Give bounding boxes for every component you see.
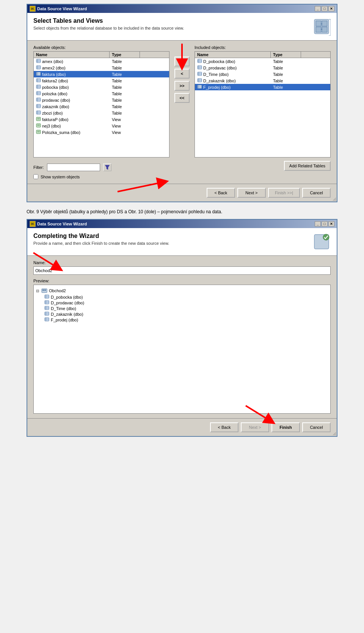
svg-rect-60 <box>198 72 202 76</box>
available-list[interactable]: Name Type amex (dbo) Table amex2 (dbo) T… <box>33 51 169 157</box>
available-cell-type: Table <box>110 91 140 96</box>
close-button-1[interactable]: ✕ <box>328 6 334 11</box>
available-cell-type: View <box>110 129 140 135</box>
available-row[interactable]: Polozka_suma (dbo) View <box>34 129 169 135</box>
available-cell-type: Table <box>110 84 140 90</box>
svg-rect-39 <box>36 111 41 114</box>
page-title-1: Select Tables and Views <box>33 17 184 24</box>
svg-line-109 <box>335 435 336 435</box>
resize-grip-1[interactable] <box>332 197 337 202</box>
included-row[interactable]: D_Time (dbo) Table <box>195 71 330 77</box>
available-row[interactable]: nej3 (dbo) View <box>34 123 169 129</box>
next-button-2: Next > <box>241 422 269 432</box>
available-cell-name: zakaznik (dbo) <box>34 104 110 109</box>
tree-child-label: D_Time (dbo) <box>51 306 76 311</box>
next-button-1[interactable]: Next > <box>237 188 266 198</box>
included-row[interactable]: F_prodej (dbo) Table <box>195 84 330 90</box>
available-cell-name: zbozi (dbo) <box>34 110 110 116</box>
included-list-header: Name Type <box>195 52 330 58</box>
available-row[interactable]: zakaznik (dbo) Table <box>34 103 169 110</box>
included-cell-name: D_pobocka (dbo) <box>195 58 271 64</box>
table-icon <box>197 65 202 70</box>
caption-text: Obr. 9 Výběr objektů (tabulky a pohledy)… <box>27 208 337 216</box>
remove-all-button[interactable]: << <box>174 93 190 103</box>
available-row[interactable]: polozka (dbo) Table <box>34 90 169 97</box>
back-button-1[interactable]: < Back <box>207 188 235 198</box>
wizard-icon-2 <box>312 233 331 251</box>
svg-rect-49 <box>36 130 41 134</box>
included-cell-name: F_prodej (dbo) <box>195 84 271 90</box>
available-row[interactable]: amex (dbo) Table <box>34 58 169 65</box>
available-cell-name: nej3 (dbo) <box>34 123 110 129</box>
table-icon <box>197 72 202 77</box>
svg-rect-83 <box>42 290 44 291</box>
minimize-button-2[interactable]: _ <box>315 221 321 227</box>
filter-label: Filter: <box>33 165 44 170</box>
app-icon-2: IK <box>30 221 36 227</box>
included-cell-type: Table <box>271 58 301 64</box>
included-list[interactable]: Name Type D_pobocka (dbo) Table D_prodav… <box>195 51 331 157</box>
tree-root-label: Obchod2 <box>49 288 66 293</box>
available-cell-name: pobocka (dbo) <box>34 84 110 90</box>
included-col-name: Name <box>195 52 271 58</box>
add-all-button[interactable]: >> <box>174 81 190 91</box>
available-row[interactable]: zbozi (dbo) Table <box>34 110 169 116</box>
filter-input[interactable] <box>47 164 100 171</box>
finish-button-2[interactable]: Finish <box>271 422 300 432</box>
tree-child-item: D_pobocka (dbo) <box>44 294 328 300</box>
close-button-2[interactable]: ✕ <box>328 221 334 227</box>
available-col-type: Type <box>110 52 140 58</box>
included-cell-name: D_prodavac (dbo) <box>195 65 271 71</box>
svg-rect-101 <box>45 318 49 321</box>
table-icon <box>197 78 202 83</box>
included-cell-type: Table <box>271 84 301 90</box>
svg-rect-15 <box>36 72 41 76</box>
name-input[interactable] <box>33 266 331 275</box>
maximize-button-1[interactable]: □ <box>322 6 328 11</box>
included-col-type: Type <box>271 52 301 58</box>
wizard-body-1: Available objects: Name Type amex (dbo) … <box>27 41 337 184</box>
tree-child-label: F_prodej (dbo) <box>51 318 78 322</box>
svg-rect-6 <box>322 27 327 32</box>
maximize-button-2[interactable]: □ <box>322 221 328 227</box>
table-icon <box>36 104 41 109</box>
available-row[interactable]: fakturaP (dbo) View <box>34 116 169 123</box>
available-row[interactable]: pobocka (dbo) Table <box>34 84 169 90</box>
cancel-button-2[interactable]: Cancel <box>302 422 331 432</box>
page-subtitle-2: Provide a name, and then click Finish to… <box>33 241 169 246</box>
wizard-footer-2: < Back Next > Finish Cancel <box>27 418 337 436</box>
available-row[interactable]: amex2 (dbo) Table <box>34 65 169 71</box>
available-row[interactable]: faktura (dbo) Table <box>34 71 169 77</box>
cancel-button-1[interactable]: Cancel <box>302 188 331 198</box>
remove-one-button[interactable]: < <box>174 69 190 79</box>
available-cell-name: prodavac (dbo) <box>34 97 110 103</box>
wizard-body-2: Name: Preview: ⊟ <box>27 256 337 418</box>
included-row[interactable]: D_pobocka (dbo) Table <box>195 58 330 65</box>
table-icon <box>44 306 49 311</box>
tree-child-item: D_Time (dbo) <box>44 305 328 311</box>
filter-button[interactable] <box>103 164 111 171</box>
show-system-row: Show system objects <box>33 174 331 179</box>
available-row[interactable]: faktura2 (dbo) Table <box>34 77 169 84</box>
svg-rect-89 <box>45 301 49 304</box>
available-row[interactable]: prodavac (dbo) Table <box>34 97 169 103</box>
filter-row: Filter: <box>33 164 111 171</box>
svg-marker-72 <box>105 165 110 170</box>
title-bar-1: IK Data Source View Wizard _ □ ✕ <box>27 5 337 13</box>
included-objects-panel: Included objects: Name Type D_pobocka (d… <box>195 45 331 157</box>
resize-grip-2[interactable] <box>332 431 337 436</box>
show-system-checkbox[interactable] <box>33 174 38 179</box>
svg-rect-35 <box>36 104 41 108</box>
wizard-window-1: IK Data Source View Wizard _ □ ✕ Select … <box>27 4 337 202</box>
preview-label: Preview: <box>33 279 331 283</box>
included-row[interactable]: D_zakaznik (dbo) Table <box>195 77 330 84</box>
svg-rect-11 <box>36 66 41 69</box>
included-cell-name: D_zakaznik (dbo) <box>195 78 271 83</box>
back-button-2[interactable]: < Back <box>210 422 238 432</box>
included-row[interactable]: D_prodavac (dbo) Table <box>195 65 330 71</box>
wizard-header-2: Completing the Wizard Provide a name, an… <box>27 228 337 256</box>
wizard-icon-1 <box>312 17 331 36</box>
add-related-tables-button[interactable]: Add Related Tables <box>284 161 331 171</box>
minimize-button-1[interactable]: _ <box>315 6 321 11</box>
add-one-button[interactable]: > <box>174 57 190 66</box>
